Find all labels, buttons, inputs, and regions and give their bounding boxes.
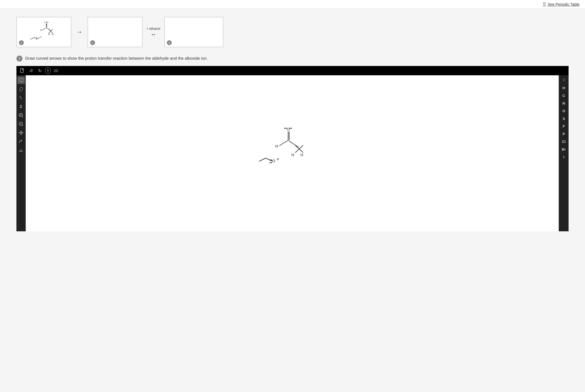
reaction-box-1: O H H H O ⊖ xyxy=(16,17,71,47)
header-bar: ⠿ See Periodic Table xyxy=(0,0,585,9)
element-C[interactable]: C xyxy=(559,92,569,99)
single-bond-tool[interactable]: / xyxy=(17,94,25,102)
svg-line-45 xyxy=(279,140,288,146)
equilibrium-arrow: ↔ xyxy=(151,31,156,38)
svg-point-43 xyxy=(289,128,291,129)
instruction-text: Draw curved arrows to show the proton tr… xyxy=(25,55,208,61)
svg-point-17 xyxy=(36,39,36,40)
svg-line-31 xyxy=(22,125,23,126)
element-Cl[interactable]: Cl xyxy=(559,138,569,145)
molecule-diagram-1: O H H H O ⊖ xyxy=(22,20,66,44)
clear-button[interactable]: ✕ xyxy=(45,68,51,74)
toolbar-top: ↺ ↻ ✕ 2D xyxy=(16,66,569,75)
reaction-box-3: i xyxy=(164,17,223,47)
svg-point-44 xyxy=(291,128,292,129)
redo-button[interactable]: ↻ xyxy=(36,67,43,74)
svg-point-36 xyxy=(22,151,22,152)
element-O[interactable]: O xyxy=(559,107,569,115)
svg-line-37 xyxy=(19,149,22,151)
svg-line-20 xyxy=(34,38,38,39)
svg-line-47 xyxy=(289,141,299,147)
mode-label: 2D xyxy=(54,69,58,73)
svg-point-55 xyxy=(269,162,271,163)
svg-point-35 xyxy=(21,151,21,152)
forward-arrow-box: → xyxy=(71,17,88,47)
double-bond-tool[interactable]: Z xyxy=(17,103,25,110)
svg-line-28 xyxy=(22,116,23,117)
svg-text:H: H xyxy=(48,33,50,36)
clear-icon: ✕ xyxy=(47,69,49,73)
curved-arrow-tool[interactable] xyxy=(17,138,25,145)
svg-text:H: H xyxy=(40,29,42,31)
equilibrium-arrow-box: + ethanol ↔ xyxy=(142,17,164,47)
svg-line-21 xyxy=(30,38,34,39)
svg-text:O: O xyxy=(287,127,290,131)
svg-point-56 xyxy=(271,162,272,163)
svg-point-3 xyxy=(44,22,45,22)
svg-text:O: O xyxy=(45,21,47,24)
grid-icon: ⠿ xyxy=(563,78,565,82)
svg-text:O: O xyxy=(272,159,275,163)
box2-info-icon[interactable]: i xyxy=(90,40,95,45)
periodic-table-label: See Periodic Table xyxy=(548,2,580,7)
reaction-box-2: i xyxy=(88,17,142,47)
element-S[interactable]: S xyxy=(559,115,569,122)
box3-info-icon[interactable]: i xyxy=(167,40,172,45)
svg-point-42 xyxy=(286,128,287,129)
eraser-tool[interactable] xyxy=(17,85,25,93)
svg-point-6 xyxy=(48,22,48,22)
svg-marker-24 xyxy=(19,87,23,91)
element-P[interactable]: P xyxy=(559,130,569,138)
element-F[interactable]: F xyxy=(559,122,569,130)
svg-rect-22 xyxy=(21,68,23,73)
instruction-row: i Draw curved arrows to show the proton … xyxy=(0,53,585,66)
svg-text:⊖: ⊖ xyxy=(277,157,279,161)
periodic-table-icon: ⠿ xyxy=(543,2,546,7)
reaction-row: O H H H O ⊖ xyxy=(0,9,585,53)
box1-info-icon[interactable]: i xyxy=(19,40,24,45)
undo-icon: ↺ xyxy=(29,68,33,73)
svg-point-41 xyxy=(284,128,285,129)
svg-point-34 xyxy=(19,151,20,152)
file-button[interactable] xyxy=(19,67,26,74)
svg-point-18 xyxy=(36,39,37,40)
svg-point-16 xyxy=(36,38,37,38)
zoom-in-tool[interactable] xyxy=(17,111,25,119)
svg-text:H: H xyxy=(300,153,303,157)
element-H[interactable]: H xyxy=(559,84,569,92)
svg-line-59 xyxy=(259,158,266,162)
svg-text:H: H xyxy=(52,33,54,36)
molecule-canvas-svg: O H H H O xyxy=(247,116,329,184)
element-N[interactable]: N xyxy=(559,99,569,107)
move-tool[interactable] xyxy=(17,129,25,137)
svg-text:O: O xyxy=(38,37,40,39)
drawing-area: ↺ ↻ ✕ 2D xyxy=(16,66,569,231)
canvas-container: / Z xyxy=(16,75,569,231)
svg-text:H: H xyxy=(291,153,294,157)
element-grid-icon[interactable]: ⠿ xyxy=(559,76,569,84)
lone-pairs-tool[interactable] xyxy=(17,146,25,154)
redo-icon: ↻ xyxy=(38,68,42,73)
svg-point-5 xyxy=(48,22,48,22)
zoom-out-tool[interactable] xyxy=(17,120,25,128)
svg-point-15 xyxy=(36,38,36,38)
svg-point-4 xyxy=(45,22,45,22)
svg-rect-23 xyxy=(19,78,23,82)
forward-arrow: → xyxy=(76,28,82,36)
right-toolbar: ⠿ H C N O S F P Cl Br I xyxy=(559,75,569,231)
instruction-icon: i xyxy=(16,56,22,62)
canvas-main[interactable]: O H H H O xyxy=(26,75,559,231)
undo-button[interactable]: ↺ xyxy=(27,67,35,74)
svg-text:H: H xyxy=(275,144,278,148)
ethanol-label: + ethanol xyxy=(147,27,160,31)
periodic-table-link[interactable]: ⠿ See Periodic Table xyxy=(543,2,580,7)
svg-text:⊖: ⊖ xyxy=(40,36,42,38)
element-I[interactable]: I xyxy=(559,153,569,161)
svg-line-7 xyxy=(43,28,47,30)
left-toolbar: / Z xyxy=(16,75,26,231)
element-Br[interactable]: Br xyxy=(559,145,569,153)
select-tool[interactable] xyxy=(17,76,25,84)
